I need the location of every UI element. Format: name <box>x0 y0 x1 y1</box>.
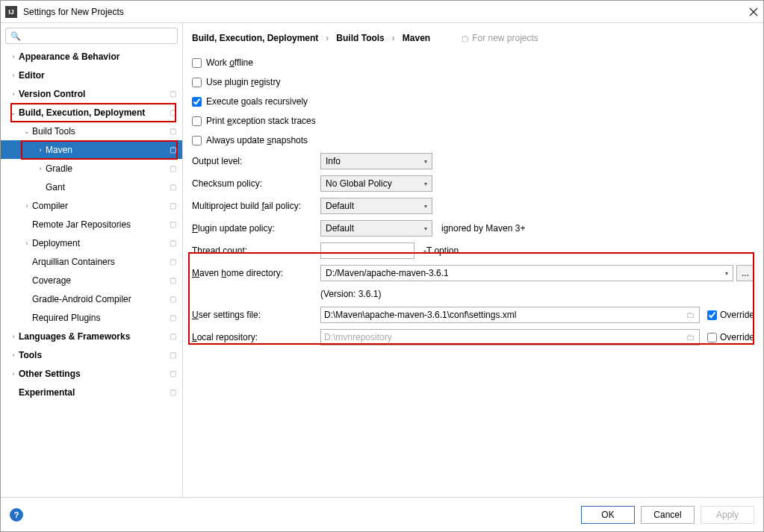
sidebar-item-gradle-android-compiler[interactable]: Gradle-Android Compiler▢ <box>1 290 182 308</box>
user-settings-input[interactable] <box>320 307 700 323</box>
breadcrumb: Build, Execution, Deployment › Build Too… <box>192 23 763 53</box>
search-icon: 🔍 <box>10 31 21 41</box>
recursive-label: Execute goals recursively <box>206 96 308 107</box>
thread-count-input[interactable] <box>320 242 414 259</box>
sidebar-item-maven[interactable]: ›Maven▢ <box>1 140 182 159</box>
sidebar-item-version-control[interactable]: ›Version Control▢ <box>1 84 182 103</box>
project-scope-icon: ▢ <box>167 89 178 99</box>
stack-traces-checkbox[interactable] <box>192 116 202 126</box>
search-input[interactable]: 🔍 <box>5 28 178 44</box>
local-repo-input <box>320 329 700 345</box>
checksum-label: Checksum policy: <box>192 178 320 189</box>
expand-arrow-icon: ⌄ <box>22 128 32 135</box>
plugin-registry-checkbox[interactable] <box>192 78 202 87</box>
expand-arrow-icon: › <box>22 202 32 210</box>
sidebar-item-label: Other Settings <box>19 369 167 379</box>
sidebar-item-build-tools[interactable]: ⌄Build Tools▢ <box>1 122 182 140</box>
sidebar-item-label: Editor <box>19 70 178 81</box>
sidebar-item-appearance-behavior[interactable]: ›Appearance & Behavior <box>1 47 182 66</box>
sidebar-item-other-settings[interactable]: ›Other Settings▢ <box>1 364 182 383</box>
project-scope-icon: ▢ <box>167 107 178 118</box>
sidebar-item-editor[interactable]: ›Editor <box>1 66 182 84</box>
project-scope-icon: ▢ <box>167 163 178 174</box>
sidebar-item-build-execution-deployment[interactable]: ⌄Build, Execution, Deployment▢ <box>1 103 182 122</box>
recursive-row: Execute goals recursively <box>192 92 754 111</box>
sidebar-item-gant[interactable]: Gant▢ <box>1 178 182 196</box>
plugin-update-label: Plugin update policy: <box>192 223 320 234</box>
project-scope-icon: ▢ <box>167 275 178 286</box>
project-scope-icon: ▢ <box>167 257 178 267</box>
home-dir-value: D:/Maven/apache-maven-3.6.1 <box>326 268 449 278</box>
expand-arrow-icon: › <box>8 53 19 60</box>
help-icon[interactable]: ? <box>10 508 23 522</box>
plugin-update-hint: ignored by Maven 3+ <box>441 223 525 234</box>
sidebar-item-tools[interactable]: ›Tools▢ <box>1 345 182 364</box>
project-scope-icon: ▢ <box>167 387 178 398</box>
project-scope-icon: ▢ <box>167 294 178 304</box>
breadcrumb-1: Build, Execution, Deployment <box>192 33 318 43</box>
fail-policy-value: Default <box>326 201 354 211</box>
chevron-down-icon: ▾ <box>725 270 728 277</box>
sidebar-item-compiler[interactable]: ›Compiler▢ <box>1 196 182 215</box>
sidebar-item-label: Arquillian Containers <box>32 257 167 267</box>
expand-arrow-icon: › <box>8 72 19 79</box>
search-field[interactable] <box>24 31 173 41</box>
breadcrumb-3: Maven <box>403 33 430 43</box>
sidebar-item-languages-frameworks[interactable]: ›Languages & Frameworks▢ <box>1 327 182 345</box>
close-icon[interactable] <box>748 7 759 17</box>
home-dir-label: Maven home directory: <box>192 268 320 278</box>
local-repo-override-checkbox[interactable] <box>707 333 717 342</box>
sidebar-item-label: Gradle-Android Compiler <box>32 294 167 304</box>
plugin-update-row: Plugin update policy: Default ▾ ignored … <box>192 217 754 240</box>
breadcrumb-sep-icon: › <box>326 33 329 43</box>
fail-policy-row: Multiproject build fail policy: Default … <box>192 195 754 217</box>
browse-home-button[interactable]: ... <box>736 265 754 281</box>
snapshots-checkbox[interactable] <box>192 136 202 145</box>
sidebar-item-gradle[interactable]: ›Gradle▢ <box>1 159 182 178</box>
settings-form: Work offline Use plugin registry Execute… <box>192 53 763 348</box>
fail-policy-select[interactable]: Default ▾ <box>320 198 432 214</box>
sidebar: 🔍 ›Appearance & Behavior›Editor›Version … <box>1 23 183 497</box>
home-dir-row: Maven home directory: D:/Maven/apache-ma… <box>192 262 754 284</box>
expand-arrow-icon: › <box>35 146 46 154</box>
breadcrumb-sep-icon: › <box>392 33 395 43</box>
thread-count-hint: -T option <box>423 245 459 256</box>
sidebar-item-coverage[interactable]: Coverage▢ <box>1 271 182 290</box>
expand-arrow-icon: ⌄ <box>8 109 19 116</box>
cancel-button[interactable]: Cancel <box>641 506 695 524</box>
sidebar-item-arquillian-containers[interactable]: Arquillian Containers▢ <box>1 252 182 271</box>
user-settings-override-checkbox[interactable] <box>707 310 717 320</box>
work-offline-row: Work offline <box>192 53 754 72</box>
expand-arrow-icon: › <box>8 90 19 98</box>
sidebar-item-required-plugins[interactable]: Required Plugins▢ <box>1 308 182 327</box>
chevron-down-icon: ▾ <box>424 158 427 165</box>
user-settings-label: User settings file: <box>192 310 320 320</box>
sidebar-item-label: Languages & Frameworks <box>19 331 167 342</box>
project-scope-icon: ▢ <box>167 350 178 360</box>
plugin-update-select[interactable]: Default ▾ <box>320 220 432 237</box>
sidebar-item-deployment[interactable]: ›Deployment▢ <box>1 234 182 252</box>
stack-traces-row: Print exception stack traces <box>192 111 754 131</box>
project-scope-icon: ▢ <box>167 313 178 323</box>
sidebar-item-experimental[interactable]: Experimental▢ <box>1 383 182 401</box>
sidebar-item-label: Experimental <box>19 387 167 398</box>
work-offline-checkbox[interactable] <box>192 58 202 68</box>
checksum-value: No Global Policy <box>326 178 392 189</box>
scope-note: ▢ For new projects <box>460 33 538 43</box>
sidebar-item-label: Gradle <box>46 163 167 174</box>
checksum-select[interactable]: No Global Policy ▾ <box>320 175 432 192</box>
sidebar-item-label: Build, Execution, Deployment <box>19 107 167 118</box>
user-settings-row: User settings file: 🗀 Override <box>192 304 754 326</box>
work-offline-label: Work offline <box>206 57 253 68</box>
sidebar-item-remote-jar-repositories[interactable]: Remote Jar Repositories▢ <box>1 215 182 234</box>
output-level-select[interactable]: Info ▾ <box>320 153 432 169</box>
maven-version-text: (Version: 3.6.1) <box>320 289 381 299</box>
home-dir-select[interactable]: D:/Maven/apache-maven-3.6.1 ▾ <box>320 265 733 281</box>
scope-note-text: For new projects <box>472 33 538 43</box>
sidebar-item-label: Maven <box>46 145 167 155</box>
ok-button[interactable]: OK <box>581 506 635 524</box>
recursive-checkbox[interactable] <box>192 97 202 107</box>
output-level-value: Info <box>326 156 341 166</box>
snapshots-label: Always update snapshots <box>206 135 308 145</box>
breadcrumb-2: Build Tools <box>336 33 384 43</box>
